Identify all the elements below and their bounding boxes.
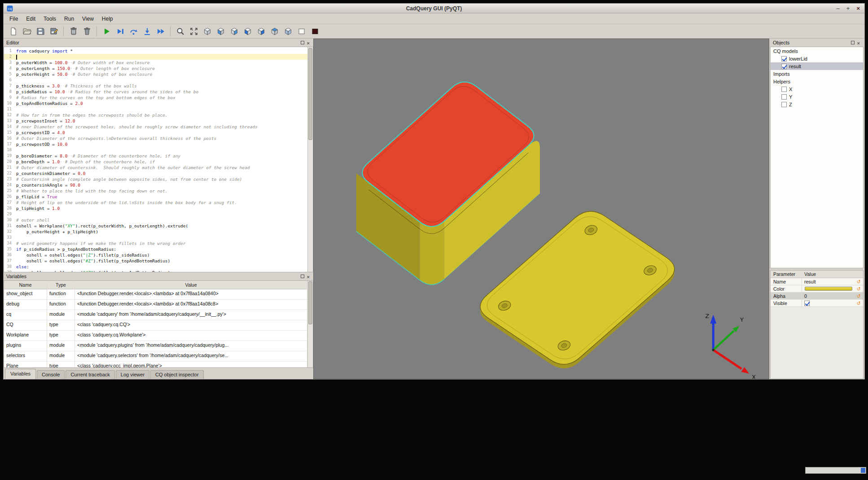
- code-line-5[interactable]: 5p_outerHeight = 50.0··# Outer height of…: [4, 71, 307, 77]
- tab-cq-object-inspector[interactable]: CQ object inspector: [150, 370, 204, 379]
- editor-close-icon[interactable]: [307, 40, 311, 45]
- menu-edit[interactable]: Edit: [22, 14, 39, 23]
- minimize-button[interactable]: –: [837, 4, 840, 13]
- code-line-29[interactable]: 29: [4, 211, 307, 217]
- code-line-10[interactable]: 10p_topAndBottomRadius = 2.0: [4, 100, 307, 106]
- code-line-32[interactable]: 32 p_outerHeight + p_lipHeight): [4, 229, 307, 235]
- debug-button[interactable]: [114, 25, 126, 37]
- prop-row-visible[interactable]: Visible↺: [771, 300, 863, 307]
- code-line-33[interactable]: 33: [4, 235, 307, 240]
- var-row-plane[interactable]: Planetype<class 'cadquery.occ_impl.geom.…: [4, 362, 307, 368]
- prop-row-name[interactable]: Nameresult↺: [771, 278, 863, 285]
- tab-console[interactable]: Console: [37, 370, 65, 379]
- code-line-26[interactable]: 26p_flipLid = True: [4, 194, 307, 200]
- var-row-show-object[interactable]: show_objectfunction<function Debugger.re…: [4, 289, 307, 300]
- checkbox-result[interactable]: [781, 64, 787, 69]
- code-line-3[interactable]: 3p_outerWidth = 100.0··# Outer width of …: [4, 60, 307, 65]
- column-header-name[interactable]: Name: [4, 281, 47, 289]
- column-header-value[interactable]: Value: [75, 281, 307, 289]
- var-row-selectors[interactable]: selectorsmodule<module 'cadquery.selecto…: [4, 351, 307, 362]
- code-line-20[interactable]: 20p_boreDepth = 1.0··# Depth of the coun…: [4, 159, 307, 165]
- code-line-31[interactable]: 31oshell = Workplane("XY").rect(p_outerW…: [4, 223, 307, 229]
- prop-value[interactable]: [802, 300, 854, 306]
- tree-item-x[interactable]: X: [771, 85, 863, 93]
- code-line-23[interactable]: 23# Countersink angle (complete angle be…: [4, 176, 307, 182]
- clean-button[interactable]: [67, 25, 79, 37]
- var-row-workplane[interactable]: Workplanetype<class 'cadquery.cq.Workpla…: [4, 331, 307, 341]
- menu-view[interactable]: View: [78, 14, 98, 23]
- scrollbar-thumb[interactable]: [308, 48, 312, 140]
- code-line-36[interactable]: 36 oshell = oshell.edges("|Z").fillet(p_…: [4, 252, 307, 258]
- save-button[interactable]: [34, 25, 46, 37]
- objects-float-icon[interactable]: [851, 41, 855, 44]
- delete-button[interactable]: [81, 25, 93, 37]
- view-back-button[interactable]: [228, 25, 240, 37]
- checkbox-z[interactable]: [781, 102, 787, 107]
- var-row-cq[interactable]: CQtype<class 'cadquery.cq.CQ'>: [4, 320, 307, 331]
- color-swatch[interactable]: [805, 287, 852, 291]
- var-row-debug[interactable]: debugfunction<function Debugger.render.<…: [4, 300, 307, 310]
- code-line-17[interactable]: 17p_screwpostOD = 10.0: [4, 141, 307, 147]
- code-line-11[interactable]: 11: [4, 106, 307, 112]
- scrollbar-thumb[interactable]: [308, 281, 312, 324]
- code-line-35[interactable]: 35if p_sideRadius > p_topAndBottomRadius…: [4, 246, 307, 252]
- code-line-38[interactable]: 38else:: [4, 264, 307, 270]
- tree-item-lowerlid[interactable]: lowerLid: [771, 55, 863, 62]
- reset-name-button[interactable]: ↺: [854, 278, 863, 285]
- shaded-button[interactable]: [309, 25, 321, 37]
- code-line-2[interactable]: 2: [4, 54, 307, 60]
- tree-item-z[interactable]: Z: [771, 100, 863, 108]
- tree-item-imports[interactable]: Imports: [771, 70, 863, 78]
- prop-value[interactable]: [802, 285, 854, 292]
- tree-item-result[interactable]: result: [771, 62, 863, 70]
- wireframe-button[interactable]: [295, 25, 307, 37]
- checkbox-visible[interactable]: [804, 301, 810, 306]
- code-line-13[interactable]: 13p_screwpostInset = 12.0: [4, 118, 307, 124]
- code-editor[interactable]: 1from cadquery import *23p_outerWidth = …: [4, 47, 313, 272]
- code-line-15[interactable]: 15p_screwpostID = 4.0: [4, 130, 307, 135]
- variables-close-icon[interactable]: [307, 274, 311, 279]
- prop-row-alpha[interactable]: Alpha0↺: [771, 292, 863, 300]
- view-left-button[interactable]: [241, 25, 254, 37]
- title-bar[interactable]: cq CadQuery GUI (PyQT) – + ×: [4, 4, 864, 13]
- model-box[interactable]: [356, 82, 540, 285]
- checkbox-y[interactable]: [781, 94, 787, 100]
- fit-all-button[interactable]: [188, 25, 200, 37]
- code-line-25[interactable]: 25# Whether to place the lid with the to…: [4, 188, 307, 194]
- menu-run[interactable]: Run: [60, 14, 78, 23]
- var-row-cq[interactable]: cqmodule<module 'cadquery' from '/home/a…: [4, 310, 307, 320]
- code-line-30[interactable]: 30# outer shell: [4, 217, 307, 223]
- code-line-39[interactable]: 39 oshell = oshell.edges("#Z").fillet(p_…: [4, 270, 307, 272]
- step-into-button[interactable]: [141, 25, 153, 37]
- reset-alpha-button[interactable]: ↺: [854, 292, 863, 300]
- zoom-button[interactable]: [174, 25, 186, 37]
- reset-color-button[interactable]: ↺: [854, 285, 863, 292]
- viewport-3d[interactable]: Z Y X: [313, 39, 769, 379]
- open-file-button[interactable]: [21, 25, 33, 37]
- view-front-button[interactable]: [215, 25, 227, 37]
- checkbox-lowerlid[interactable]: [781, 56, 787, 61]
- tree-item-cq-models[interactable]: CQ models: [771, 47, 863, 55]
- continue-button[interactable]: [154, 25, 167, 37]
- render-button[interactable]: [101, 25, 113, 37]
- code-line-9[interactable]: 9# Radius for the curves on the top and …: [4, 95, 307, 100]
- column-header-parameter[interactable]: Parameter: [771, 271, 802, 278]
- tree-item-y[interactable]: Y: [771, 93, 863, 100]
- code-line-34[interactable]: 34# weird geometry happens if we make th…: [4, 240, 307, 246]
- column-header-type[interactable]: Type: [47, 281, 75, 289]
- code-line-6[interactable]: 6: [4, 77, 307, 83]
- model-lowerlid[interactable]: [480, 211, 675, 368]
- column-header-value[interactable]: Value: [802, 271, 854, 278]
- code-line-22[interactable]: 22p_countersinkDiameter = 0.0: [4, 170, 307, 176]
- code-line-4[interactable]: 4p_outerLength = 150.0··# Outer length o…: [4, 65, 307, 71]
- tree-item-helpers[interactable]: Helpers: [771, 78, 863, 85]
- code-line-18[interactable]: 18: [4, 147, 307, 153]
- menu-help[interactable]: Help: [98, 14, 117, 23]
- editor-scrollbar[interactable]: [307, 47, 313, 272]
- checkbox-x[interactable]: [781, 87, 787, 92]
- view-bottom-button[interactable]: [282, 25, 294, 37]
- reset-visible-button[interactable]: ↺: [854, 300, 863, 307]
- code-line-12[interactable]: 12# How far in from the edges the screwp…: [4, 112, 307, 118]
- step-over-button[interactable]: [127, 25, 140, 37]
- code-line-28[interactable]: 28p_lipHeight = 1.0: [4, 205, 307, 211]
